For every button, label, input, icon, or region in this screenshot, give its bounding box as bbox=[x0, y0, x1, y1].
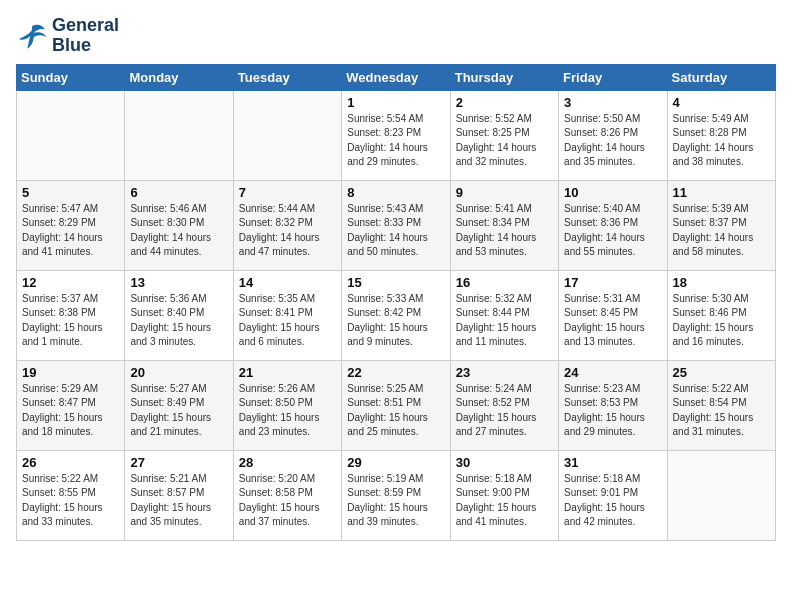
calendar-header-row: SundayMondayTuesdayWednesdayThursdayFrid… bbox=[17, 64, 776, 90]
weekday-header-wednesday: Wednesday bbox=[342, 64, 450, 90]
calendar-cell: 17Sunrise: 5:31 AM Sunset: 8:45 PM Dayli… bbox=[559, 270, 667, 360]
calendar-cell bbox=[667, 450, 775, 540]
day-info: Sunrise: 5:19 AM Sunset: 8:59 PM Dayligh… bbox=[347, 472, 444, 530]
day-info: Sunrise: 5:35 AM Sunset: 8:41 PM Dayligh… bbox=[239, 292, 336, 350]
weekday-header-sunday: Sunday bbox=[17, 64, 125, 90]
calendar-cell: 19Sunrise: 5:29 AM Sunset: 8:47 PM Dayli… bbox=[17, 360, 125, 450]
calendar-week-2: 5Sunrise: 5:47 AM Sunset: 8:29 PM Daylig… bbox=[17, 180, 776, 270]
day-info: Sunrise: 5:50 AM Sunset: 8:26 PM Dayligh… bbox=[564, 112, 661, 170]
day-number: 31 bbox=[564, 455, 661, 470]
day-number: 25 bbox=[673, 365, 770, 380]
day-number: 27 bbox=[130, 455, 227, 470]
calendar-cell: 1Sunrise: 5:54 AM Sunset: 8:23 PM Daylig… bbox=[342, 90, 450, 180]
calendar-cell bbox=[233, 90, 341, 180]
day-number: 1 bbox=[347, 95, 444, 110]
day-number: 8 bbox=[347, 185, 444, 200]
day-number: 15 bbox=[347, 275, 444, 290]
calendar-cell: 16Sunrise: 5:32 AM Sunset: 8:44 PM Dayli… bbox=[450, 270, 558, 360]
calendar-cell: 4Sunrise: 5:49 AM Sunset: 8:28 PM Daylig… bbox=[667, 90, 775, 180]
day-info: Sunrise: 5:21 AM Sunset: 8:57 PM Dayligh… bbox=[130, 472, 227, 530]
calendar-cell bbox=[125, 90, 233, 180]
calendar-cell: 31Sunrise: 5:18 AM Sunset: 9:01 PM Dayli… bbox=[559, 450, 667, 540]
day-info: Sunrise: 5:39 AM Sunset: 8:37 PM Dayligh… bbox=[673, 202, 770, 260]
day-info: Sunrise: 5:27 AM Sunset: 8:49 PM Dayligh… bbox=[130, 382, 227, 440]
calendar-cell: 23Sunrise: 5:24 AM Sunset: 8:52 PM Dayli… bbox=[450, 360, 558, 450]
calendar-cell: 5Sunrise: 5:47 AM Sunset: 8:29 PM Daylig… bbox=[17, 180, 125, 270]
day-info: Sunrise: 5:46 AM Sunset: 8:30 PM Dayligh… bbox=[130, 202, 227, 260]
calendar-cell: 8Sunrise: 5:43 AM Sunset: 8:33 PM Daylig… bbox=[342, 180, 450, 270]
day-info: Sunrise: 5:33 AM Sunset: 8:42 PM Dayligh… bbox=[347, 292, 444, 350]
calendar-table: SundayMondayTuesdayWednesdayThursdayFrid… bbox=[16, 64, 776, 541]
day-number: 13 bbox=[130, 275, 227, 290]
day-info: Sunrise: 5:18 AM Sunset: 9:00 PM Dayligh… bbox=[456, 472, 553, 530]
day-info: Sunrise: 5:40 AM Sunset: 8:36 PM Dayligh… bbox=[564, 202, 661, 260]
calendar-cell: 3Sunrise: 5:50 AM Sunset: 8:26 PM Daylig… bbox=[559, 90, 667, 180]
page-header: General Blue bbox=[16, 16, 776, 56]
day-info: Sunrise: 5:30 AM Sunset: 8:46 PM Dayligh… bbox=[673, 292, 770, 350]
calendar-cell: 6Sunrise: 5:46 AM Sunset: 8:30 PM Daylig… bbox=[125, 180, 233, 270]
day-number: 17 bbox=[564, 275, 661, 290]
weekday-header-monday: Monday bbox=[125, 64, 233, 90]
calendar-cell: 27Sunrise: 5:21 AM Sunset: 8:57 PM Dayli… bbox=[125, 450, 233, 540]
day-info: Sunrise: 5:25 AM Sunset: 8:51 PM Dayligh… bbox=[347, 382, 444, 440]
day-info: Sunrise: 5:23 AM Sunset: 8:53 PM Dayligh… bbox=[564, 382, 661, 440]
day-number: 21 bbox=[239, 365, 336, 380]
day-number: 20 bbox=[130, 365, 227, 380]
day-number: 28 bbox=[239, 455, 336, 470]
calendar-cell: 10Sunrise: 5:40 AM Sunset: 8:36 PM Dayli… bbox=[559, 180, 667, 270]
calendar-cell: 21Sunrise: 5:26 AM Sunset: 8:50 PM Dayli… bbox=[233, 360, 341, 450]
day-info: Sunrise: 5:26 AM Sunset: 8:50 PM Dayligh… bbox=[239, 382, 336, 440]
day-number: 10 bbox=[564, 185, 661, 200]
day-number: 23 bbox=[456, 365, 553, 380]
logo-icon bbox=[16, 20, 48, 52]
day-number: 22 bbox=[347, 365, 444, 380]
day-info: Sunrise: 5:44 AM Sunset: 8:32 PM Dayligh… bbox=[239, 202, 336, 260]
day-number: 3 bbox=[564, 95, 661, 110]
weekday-header-tuesday: Tuesday bbox=[233, 64, 341, 90]
day-number: 30 bbox=[456, 455, 553, 470]
day-info: Sunrise: 5:49 AM Sunset: 8:28 PM Dayligh… bbox=[673, 112, 770, 170]
day-number: 16 bbox=[456, 275, 553, 290]
day-info: Sunrise: 5:47 AM Sunset: 8:29 PM Dayligh… bbox=[22, 202, 119, 260]
day-number: 2 bbox=[456, 95, 553, 110]
calendar-cell: 12Sunrise: 5:37 AM Sunset: 8:38 PM Dayli… bbox=[17, 270, 125, 360]
day-info: Sunrise: 5:52 AM Sunset: 8:25 PM Dayligh… bbox=[456, 112, 553, 170]
day-number: 9 bbox=[456, 185, 553, 200]
calendar-cell: 26Sunrise: 5:22 AM Sunset: 8:55 PM Dayli… bbox=[17, 450, 125, 540]
calendar-cell: 13Sunrise: 5:36 AM Sunset: 8:40 PM Dayli… bbox=[125, 270, 233, 360]
day-info: Sunrise: 5:54 AM Sunset: 8:23 PM Dayligh… bbox=[347, 112, 444, 170]
day-number: 26 bbox=[22, 455, 119, 470]
day-number: 14 bbox=[239, 275, 336, 290]
calendar-cell bbox=[17, 90, 125, 180]
day-info: Sunrise: 5:22 AM Sunset: 8:55 PM Dayligh… bbox=[22, 472, 119, 530]
calendar-cell: 30Sunrise: 5:18 AM Sunset: 9:00 PM Dayli… bbox=[450, 450, 558, 540]
day-info: Sunrise: 5:31 AM Sunset: 8:45 PM Dayligh… bbox=[564, 292, 661, 350]
calendar-cell: 24Sunrise: 5:23 AM Sunset: 8:53 PM Dayli… bbox=[559, 360, 667, 450]
calendar-cell: 29Sunrise: 5:19 AM Sunset: 8:59 PM Dayli… bbox=[342, 450, 450, 540]
weekday-header-friday: Friday bbox=[559, 64, 667, 90]
day-info: Sunrise: 5:29 AM Sunset: 8:47 PM Dayligh… bbox=[22, 382, 119, 440]
calendar-cell: 14Sunrise: 5:35 AM Sunset: 8:41 PM Dayli… bbox=[233, 270, 341, 360]
day-info: Sunrise: 5:36 AM Sunset: 8:40 PM Dayligh… bbox=[130, 292, 227, 350]
calendar-cell: 2Sunrise: 5:52 AM Sunset: 8:25 PM Daylig… bbox=[450, 90, 558, 180]
logo: General Blue bbox=[16, 16, 119, 56]
day-number: 29 bbox=[347, 455, 444, 470]
logo-text: General Blue bbox=[52, 16, 119, 56]
weekday-header-thursday: Thursday bbox=[450, 64, 558, 90]
calendar-cell: 11Sunrise: 5:39 AM Sunset: 8:37 PM Dayli… bbox=[667, 180, 775, 270]
calendar-cell: 22Sunrise: 5:25 AM Sunset: 8:51 PM Dayli… bbox=[342, 360, 450, 450]
day-info: Sunrise: 5:24 AM Sunset: 8:52 PM Dayligh… bbox=[456, 382, 553, 440]
day-number: 12 bbox=[22, 275, 119, 290]
calendar-week-4: 19Sunrise: 5:29 AM Sunset: 8:47 PM Dayli… bbox=[17, 360, 776, 450]
day-info: Sunrise: 5:20 AM Sunset: 8:58 PM Dayligh… bbox=[239, 472, 336, 530]
day-info: Sunrise: 5:32 AM Sunset: 8:44 PM Dayligh… bbox=[456, 292, 553, 350]
weekday-header-saturday: Saturday bbox=[667, 64, 775, 90]
day-number: 4 bbox=[673, 95, 770, 110]
calendar-cell: 18Sunrise: 5:30 AM Sunset: 8:46 PM Dayli… bbox=[667, 270, 775, 360]
day-number: 24 bbox=[564, 365, 661, 380]
day-info: Sunrise: 5:41 AM Sunset: 8:34 PM Dayligh… bbox=[456, 202, 553, 260]
calendar-cell: 25Sunrise: 5:22 AM Sunset: 8:54 PM Dayli… bbox=[667, 360, 775, 450]
calendar-cell: 28Sunrise: 5:20 AM Sunset: 8:58 PM Dayli… bbox=[233, 450, 341, 540]
calendar-cell: 9Sunrise: 5:41 AM Sunset: 8:34 PM Daylig… bbox=[450, 180, 558, 270]
day-number: 5 bbox=[22, 185, 119, 200]
